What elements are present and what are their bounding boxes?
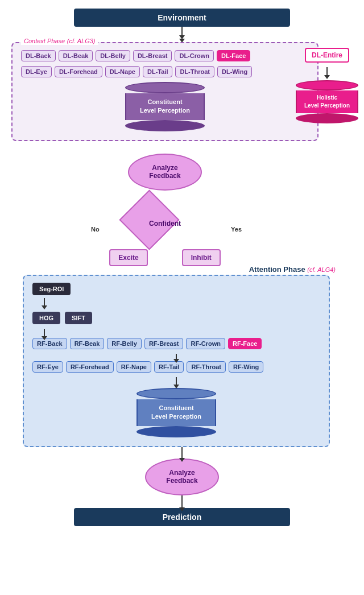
dl-eye: DL-Eye	[21, 66, 52, 77]
dl-entire-tag: DL-Entire	[305, 48, 349, 63]
dl-face: DL-Face	[217, 50, 250, 61]
rf-row-1: RF-Back RF-Beak RF-Belly RF-Breast RF-Cr…	[32, 338, 320, 349]
rf-wing: RF-Wing	[229, 361, 263, 373]
dl-throat: DL-Throat	[175, 66, 214, 77]
rf-nape: RF-Nape	[117, 361, 151, 373]
excite-box: Excite	[109, 249, 147, 266]
excite-inhibit-row: Excite Inhibit	[109, 249, 220, 266]
context-phase-label: Context Phase (cf. ALG3)	[21, 36, 98, 45]
dl-back: DL-Back	[21, 50, 56, 61]
prediction-label: Prediction	[163, 513, 201, 522]
hog-box: HOG	[32, 312, 60, 324]
dl-crown: DL-Crown	[175, 50, 214, 61]
hog-sift-row: HOG SIFT	[32, 312, 92, 324]
rf-forehead: RF-Forehead	[66, 361, 114, 373]
environment-box: Environment	[74, 9, 290, 27]
rf-tail: RF-Tail	[154, 361, 184, 373]
confident-label: Confident	[149, 220, 181, 228]
rf-breast: RF-Breast	[144, 338, 184, 349]
seg-roi-section: Seg-ROI HOG SIFT	[32, 283, 320, 324]
dl-nape: DL-Nape	[105, 66, 140, 77]
rf-face: RF-Face	[228, 338, 262, 349]
dl-row-1: DL-Back DL-Beak DL-Belly DL-Breast DL-Cr…	[21, 50, 309, 61]
rf-crown: RF-Crown	[186, 338, 225, 349]
cylinder-bottom	[125, 120, 205, 131]
holistic-cylinder: HolisticLevel Perception	[296, 80, 358, 123]
yes-label: Yes	[231, 226, 242, 233]
rf-throat: RF-Throat	[187, 361, 226, 373]
dl-belly: DL-Belly	[96, 50, 130, 61]
rf-beak: RF-Beak	[70, 338, 105, 349]
cylinder-top	[125, 82, 205, 93]
rf-belly: RF-Belly	[107, 338, 142, 349]
confident-diamond-area: Confident No Yes	[80, 201, 250, 246]
attention-phase-box: Seg-ROI HOG SIFT	[23, 275, 330, 447]
dl-breast: DL-Breast	[133, 50, 172, 61]
page-wrapper: Environment Context Phase (cf. ALG3) DL-…	[0, 0, 364, 595]
attention-phase-container: Attention Phase (cf. ALG4) Seg-ROI HOG	[23, 272, 341, 447]
environment-label: Environment	[158, 13, 206, 22]
sift-box: SIFT	[65, 312, 92, 324]
constituent-cylinder-attention: ConstituentLevel Perception	[32, 388, 320, 437]
seg-roi-box: Seg-ROI	[32, 283, 71, 295]
cylinder-body: ConstituentLevel Perception	[125, 93, 205, 120]
context-phase-box: Context Phase (cf. ALG3) DL-Back DL-Beak…	[11, 42, 318, 141]
inhibit-box: Inhibit	[182, 249, 221, 266]
right-panel: DL-Entire HolisticLevel Perception	[296, 48, 358, 123]
rf-back: RF-Back	[32, 338, 67, 349]
attention-phase-label: Attention Phase (cf. ALG4)	[246, 265, 338, 274]
analyze-feedback-ellipse-2: AnalyzeFeedback	[145, 458, 219, 495]
analyze-feedback-ellipse: AnalyzeFeedback	[128, 154, 202, 191]
no-label: No	[91, 226, 100, 233]
rf-row-2: RF-Eye RF-Forehead RF-Nape RF-Tail RF-Th…	[32, 361, 320, 373]
constituent-cylinder-context: ConstituentLevel Perception	[21, 82, 309, 131]
dl-wing: DL-Wing	[217, 66, 252, 77]
dl-forehead: DL-Forehead	[55, 66, 102, 77]
dl-beak: DL-Beak	[59, 50, 93, 61]
dl-row-2: DL-Eye DL-Forehead DL-Nape DL-Tail DL-Th…	[21, 66, 309, 77]
dl-tail: DL-Tail	[143, 66, 172, 77]
rf-eye: RF-Eye	[32, 361, 63, 373]
